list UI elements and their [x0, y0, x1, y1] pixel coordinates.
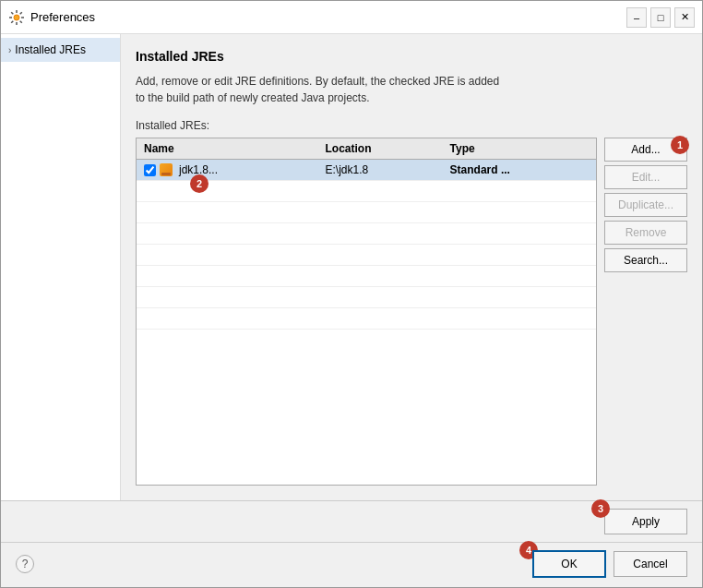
table-row: [137, 245, 596, 266]
edit-button[interactable]: Edit...: [604, 165, 687, 189]
bottom-area: 3 Apply ? 4 OK Cancel: [1, 500, 702, 587]
search-button[interactable]: Search...: [604, 248, 687, 272]
apply-button[interactable]: Apply: [604, 509, 687, 534]
content-area: › Installed JREs Installed JREs Add, rem…: [1, 34, 702, 500]
col-name: Name: [137, 138, 318, 160]
add-button-wrap: Add... 1: [604, 138, 687, 162]
sidebar: › Installed JREs: [1, 34, 121, 500]
minimize-button[interactable]: –: [626, 7, 647, 28]
jre-icon: [160, 163, 173, 176]
jre-table: Name Location Type: [137, 138, 596, 330]
footer-left: ?: [16, 555, 525, 573]
col-location: Location: [318, 138, 443, 160]
title-bar-left: Preferences: [8, 9, 95, 26]
table-row: [137, 202, 596, 223]
cell-location: E:\jdk1.8: [318, 160, 443, 181]
header-row: Name Location Type: [137, 138, 596, 160]
title-controls: – □ ✕: [626, 7, 695, 28]
ok-cancel-row: ? 4 OK Cancel: [1, 542, 702, 587]
duplicate-button[interactable]: Duplicate...: [604, 193, 687, 217]
apply-row: 3 Apply: [1, 501, 702, 542]
cancel-button[interactable]: Cancel: [614, 551, 687, 577]
table-row: [137, 308, 596, 330]
title-bar: Preferences – □ ✕: [1, 1, 702, 34]
close-button[interactable]: ✕: [674, 7, 695, 28]
installed-jres-label: Installed JREs:: [136, 119, 687, 132]
panel-title: Installed JREs: [136, 49, 687, 64]
ok-button-wrap: 4 OK: [532, 550, 606, 578]
maximize-button[interactable]: □: [650, 7, 671, 28]
help-icon[interactable]: ?: [16, 555, 34, 573]
badge-1: 1: [671, 136, 689, 154]
svg-point-0: [14, 15, 19, 20]
table-row[interactable]: jdk1.8... 2 E:\jdk1.8 Standard ...: [137, 160, 596, 181]
table-row: [137, 266, 596, 287]
table-header: Name Location Type: [137, 138, 596, 160]
badge-3: 3: [591, 499, 610, 518]
description-text-1: Add, remove or edit JRE definitions. By …: [136, 75, 499, 88]
cell-name: jdk1.8... 2: [137, 160, 318, 181]
remove-button[interactable]: Remove: [604, 221, 687, 245]
right-buttons: Add... 1 Edit... Duplicate... Remove Sea…: [604, 138, 687, 486]
window-title: Preferences: [30, 10, 95, 24]
cell-type: Standard ...: [443, 160, 596, 181]
description-text-2: to the build path of newly created Java …: [136, 91, 369, 104]
jre-table-container: Name Location Type: [136, 138, 597, 486]
table-row: [137, 287, 596, 308]
panel-description: Add, remove or edit JRE definitions. By …: [136, 73, 687, 106]
table-and-buttons: Name Location Type: [136, 138, 687, 486]
table-body: jdk1.8... 2 E:\jdk1.8 Standard ...: [137, 160, 596, 330]
cell-type-text: Standard ...: [450, 163, 510, 176]
table-row: [137, 223, 596, 245]
badge-2: 2: [190, 174, 209, 193]
col-type: Type: [443, 138, 596, 160]
preferences-icon: [8, 9, 25, 26]
ok-button[interactable]: OK: [532, 550, 606, 578]
jre-checkbox[interactable]: [144, 164, 156, 176]
main-panel: Installed JREs Add, remove or edit JRE d…: [121, 34, 702, 500]
apply-button-wrap: 3 Apply: [604, 509, 687, 534]
checkbox-cell: jdk1.8... 2: [144, 163, 311, 176]
sidebar-item-label: Installed JREs: [15, 43, 86, 56]
preferences-window: Preferences – □ ✕ › Installed JREs Insta…: [0, 0, 703, 588]
sidebar-item-installed-jres[interactable]: › Installed JREs: [1, 38, 120, 62]
expand-arrow-icon: ›: [8, 45, 11, 55]
